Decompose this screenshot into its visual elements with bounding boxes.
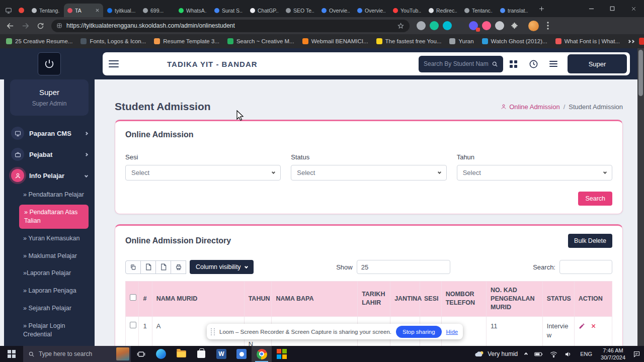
col-tarikh-lahir[interactable]: TARIKH LAHIR	[358, 282, 390, 317]
bookmark-item[interactable]: Webmail BENAMICI...	[302, 38, 368, 44]
taskbar-app-chrome[interactable]	[252, 346, 272, 362]
battery-icon[interactable]	[531, 346, 546, 362]
sidebar-toggle-icon[interactable]	[109, 58, 119, 69]
taskbar-search-input[interactable]	[39, 350, 112, 357]
apps-grid-icon[interactable]	[503, 54, 523, 74]
sidebar-subitem-laporan-pelajar[interactable]: »Laporan Pelajar	[4, 264, 95, 282]
bookmark-star-icon[interactable]	[397, 22, 405, 30]
taskbar-app-edge[interactable]	[151, 346, 171, 362]
edit-icon[interactable]	[579, 323, 585, 329]
search-highlight-thumbnail[interactable]	[116, 347, 129, 360]
forward-button[interactable]	[19, 20, 31, 32]
page-scrollbar[interactable]	[637, 48, 644, 346]
bookmark-item[interactable]: Resume Template 3...	[154, 38, 219, 44]
scrollbar-thumb[interactable]	[638, 50, 643, 96]
profile-avatar[interactable]	[528, 21, 539, 31]
sidebar-subitem-pendaftaran-pelajar[interactable]: » Pendaftaran Pelajar	[4, 186, 95, 204]
sidebar-subitem-laporan-penjaga[interactable]: » Laporan Penjaga	[4, 282, 95, 300]
bookmark-item[interactable]: Watch Ghost (2012)...	[482, 38, 547, 44]
browser-tab[interactable]: Tentanc...	[461, 4, 496, 17]
col-status[interactable]: STATUS	[542, 282, 574, 317]
back-button[interactable]	[4, 20, 16, 32]
extension-icon-sharing[interactable]	[469, 21, 478, 30]
action-center-button[interactable]	[629, 346, 644, 362]
browser-tab-active[interactable]: TA	[64, 4, 103, 17]
sidebar-item-paparan-cms[interactable]: Paparan CMS	[4, 123, 95, 144]
sidebar-subitem-pendaftaran-atas-talian[interactable]: » Pendaftaran Atas Talian	[19, 205, 89, 229]
bookmark-item[interactable]: 25 Creative Resume...	[6, 38, 72, 44]
browser-tab[interactable]: Redirec...	[425, 4, 460, 17]
stop-sharing-button[interactable]: Stop sharing	[396, 326, 442, 338]
browser-tab[interactable]: ChatGP...	[247, 4, 282, 17]
user-menu-button[interactable]: Super	[568, 54, 627, 73]
status-select[interactable]: Select	[291, 165, 446, 180]
taskbar-search-box[interactable]	[23, 346, 131, 362]
sidebar-subitem-pelajar-login-credential[interactable]: » Pelajar Login Credential	[4, 317, 95, 343]
hidden-icons-button[interactable]	[521, 346, 531, 362]
taskbar-app-office[interactable]	[272, 346, 292, 362]
extension-icon[interactable]	[456, 21, 465, 30]
col-nama-murid[interactable]: NAMA MURID	[152, 282, 244, 317]
browser-tab[interactable]: WhatsA...	[175, 4, 210, 17]
excel-export-button[interactable]	[140, 260, 156, 274]
language-indicator[interactable]: ENG	[576, 346, 597, 362]
bookmark-item[interactable]: What Font is | What...	[555, 38, 620, 44]
extension-icon[interactable]	[495, 21, 504, 30]
browser-tab[interactable]: translat...	[497, 4, 532, 17]
taskbar-app-photos[interactable]	[231, 346, 252, 362]
sidebar-subitem-sejarah-pelajar[interactable]: » Sejarah Pelajar	[4, 300, 95, 317]
search-icon[interactable]	[492, 61, 498, 67]
print-button[interactable]	[171, 260, 186, 274]
bookmark-item[interactable]: Search ~ Creative M...	[227, 38, 294, 44]
close-button[interactable]	[623, 0, 644, 17]
list-menu-icon[interactable]	[543, 54, 564, 74]
browser-tab[interactable]: Overvie...	[354, 4, 389, 17]
bookmark-item[interactable]: Yuran	[449, 38, 473, 44]
col-nombor-telefon[interactable]: NOMBOR TELEFON	[441, 282, 486, 317]
notification-badge-icon[interactable]	[639, 38, 644, 45]
sidebar-item-pejabat[interactable]: Pejabat	[4, 144, 95, 165]
select-all-checkbox[interactable]	[130, 294, 136, 301]
col-jantina[interactable]: JANTINA	[390, 282, 420, 317]
taskbar-app-store[interactable]	[191, 346, 211, 362]
extensions-puzzle-icon[interactable]	[508, 20, 520, 32]
browser-tab[interactable]: YouTub...	[389, 4, 425, 17]
extension-icon[interactable]	[417, 21, 426, 30]
maximize-button[interactable]	[602, 0, 623, 17]
app-logo[interactable]	[38, 52, 61, 75]
col-no-kad[interactable]: NO. KAD PENGENALAN MURID	[487, 282, 543, 317]
browser-tab[interactable]: Tentang...	[28, 4, 63, 17]
browser-menu-icon[interactable]	[542, 20, 554, 32]
pdf-export-button[interactable]	[155, 260, 171, 274]
tahun-select[interactable]: Select	[457, 165, 612, 180]
new-tab-button[interactable]	[535, 2, 548, 15]
col-tahun[interactable]: TAHUN	[244, 282, 272, 317]
volume-icon[interactable]	[561, 346, 576, 362]
taskbar-app-word[interactable]: W	[211, 346, 231, 362]
col-num[interactable]: #	[139, 282, 152, 317]
sidebar-subitem-maklumat-pelajar[interactable]: » Maklumat Pelajar	[4, 247, 95, 265]
extension-icon[interactable]	[482, 21, 491, 30]
browser-tab[interactable]: Surat S...	[211, 4, 246, 17]
reload-button[interactable]	[34, 20, 46, 32]
browser-tab[interactable]: tyitkual...	[104, 4, 139, 17]
col-sesi[interactable]: SESI	[420, 282, 442, 317]
taskbar-clock[interactable]: 7:46 AM 30/7/2024	[597, 347, 629, 361]
table-search-input[interactable]	[559, 260, 612, 274]
delete-icon[interactable]	[591, 323, 596, 329]
minimize-button[interactable]	[581, 0, 602, 17]
tab-close-icon[interactable]	[95, 8, 100, 13]
pinned-tab[interactable]	[14, 4, 28, 17]
page-length-select[interactable]	[357, 260, 450, 274]
address-bar[interactable]: https://tyitkualaterengganu.skooldash.co…	[51, 20, 410, 32]
row-checkbox[interactable]	[130, 322, 136, 328]
clock-icon[interactable]	[523, 54, 543, 74]
extension-icon[interactable]	[443, 21, 452, 30]
breadcrumb-link[interactable]: Online Admission	[501, 103, 559, 111]
column-visibility-button[interactable]: Column visibility	[190, 260, 254, 274]
bulk-delete-button[interactable]: Bulk Delete	[568, 234, 612, 248]
browser-tab[interactable]: 699...	[139, 4, 175, 17]
student-search-input[interactable]	[424, 60, 489, 67]
browser-tab[interactable]: SEO Te...	[282, 4, 317, 17]
site-info-icon[interactable]	[56, 23, 62, 29]
